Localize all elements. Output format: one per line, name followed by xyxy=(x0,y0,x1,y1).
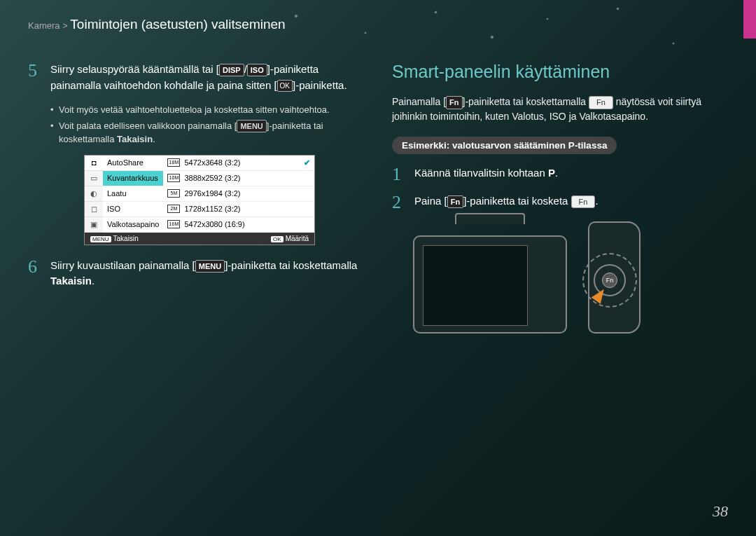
menu-button-label: MENU xyxy=(237,120,266,133)
menu-tab-camera-icon: ◘ xyxy=(85,156,103,171)
page-number: 38 xyxy=(713,502,728,521)
resolution-icon: 5M xyxy=(167,189,180,198)
menu-item-iso: ISO xyxy=(103,202,163,217)
breadcrumb: Kamera > Toimintojen (asetusten) valitse… xyxy=(0,0,756,41)
fn-button-label: Fn xyxy=(447,195,463,209)
fn-physical-button: Fn xyxy=(602,273,617,288)
step-1: 1 Käännä tilanvalitsin kohtaan P. xyxy=(392,165,728,184)
step-number: 1 xyxy=(392,165,406,184)
menu-footer-ok-btn: OK xyxy=(271,236,284,242)
menu-item-resolution: Kuvantarkkuus xyxy=(103,171,163,186)
menu-footer-back-btn: MENU xyxy=(90,236,111,242)
menu-item-quality: Laatu xyxy=(103,186,163,202)
ok-button-label: OK xyxy=(277,80,293,92)
menu-tab-icon: ▭ xyxy=(85,171,103,186)
menu-item-whitebalance: Valkotasapaino xyxy=(103,217,163,233)
camera-menu-screenshot: ◘ ▭ ◐ ◻ ▣ AutoShare Kuvantarkkuus Laatu … xyxy=(84,155,315,245)
step-text: Siirry selauspyörää kääntämällä tai [DIS… xyxy=(50,62,364,93)
dial-highlight-circle: Fn xyxy=(582,253,637,308)
step-text: Käännä tilanvalitsin kohtaan P. xyxy=(414,165,558,184)
step-text: Siirry kuvaustilaan painamalla [MENU]-pa… xyxy=(50,258,364,289)
breadcrumb-prefix: Kamera > xyxy=(28,20,70,31)
menu-button-label: MENU xyxy=(195,260,225,273)
step-text: Paina [Fn]-painiketta tai kosketa Fn. xyxy=(414,193,598,212)
menu-tab-icon: ▣ xyxy=(85,217,103,233)
step-6: 6 Siirry kuvaustilaan painamalla [MENU]-… xyxy=(28,258,364,289)
right-column: Smart-paneelin käyttäminen Painamalla [F… xyxy=(392,62,728,341)
example-pill: Esimerkki: valotusarvon säätäminen P-til… xyxy=(392,137,617,154)
fn-button-label: Fn xyxy=(446,96,462,109)
bullet-item: Voit palata edelliseen valikkoon painama… xyxy=(50,119,364,146)
resolution-option: 10M 3888x2592 (3:2) xyxy=(163,171,314,186)
menu-item-autoshare: AutoShare xyxy=(103,156,163,171)
left-column: 5 Siirry selauspyörää kääntämällä tai [D… xyxy=(28,62,364,341)
resolution-option: 18M 5472x3648 (3:2) ✔ xyxy=(163,156,314,171)
camera-illustration: Fn xyxy=(413,221,609,341)
step-5-bullets: Voit myös vetää vaihtoehtoluetteloa ja k… xyxy=(50,103,364,146)
disp-button-label: DISP xyxy=(219,64,244,77)
resolution-icon: 16M xyxy=(167,220,180,228)
bullet-item: Voit myös vetää vaihtoehtoluetteloa ja k… xyxy=(50,103,364,117)
page-accent xyxy=(743,0,756,39)
step-number: 6 xyxy=(28,258,42,289)
step-2: 2 Paina [Fn]-painiketta tai kosketa Fn. xyxy=(392,193,728,212)
intro-paragraph: Painamalla [Fn]-painiketta tai koskettam… xyxy=(392,95,728,124)
step-number: 2 xyxy=(392,193,406,212)
menu-tab-icon: ◐ xyxy=(85,186,103,202)
resolution-option: 16M 5472x3080 (16:9) xyxy=(163,217,314,233)
resolution-icon: 18M xyxy=(167,158,180,167)
menu-footer: MENUTakaisin OKMääritä xyxy=(85,233,314,245)
resolution-icon: 2M xyxy=(167,205,180,213)
resolution-option: 2M 1728x1152 (3:2) xyxy=(163,202,314,217)
fn-touch-button: Fn xyxy=(589,96,613,109)
fn-touch-button: Fn xyxy=(571,195,596,209)
iso-button-label: ISO xyxy=(247,64,267,77)
check-icon: ✔ xyxy=(304,158,310,167)
resolution-icon: 10M xyxy=(167,174,180,182)
menu-tab-user-icon: ◻ xyxy=(85,202,103,217)
resolution-option: 5M 2976x1984 (3:2) xyxy=(163,186,314,202)
step-number: 5 xyxy=(28,62,42,93)
step-5: 5 Siirry selauspyörää kääntämällä tai [D… xyxy=(28,62,364,93)
breadcrumb-title: Toimintojen (asetusten) valitseminen xyxy=(70,17,285,32)
section-title: Smart-paneelin käyttäminen xyxy=(392,62,728,82)
